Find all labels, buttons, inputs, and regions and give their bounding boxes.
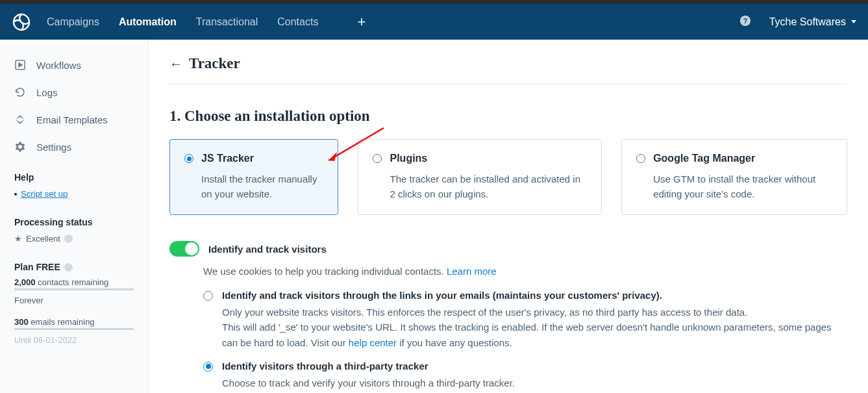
radio-icon [636, 154, 645, 163]
sidebar-item-email-templates[interactable]: Email Templates [0, 106, 148, 133]
card-desc: The tracker can be installed and activat… [390, 172, 587, 201]
toggle-knob [185, 242, 198, 255]
sidebar-item-settings[interactable]: Settings [0, 133, 148, 160]
processing-status-heading: Processing status [14, 217, 134, 227]
sidebar: Workflows Logs Email Templates Settings … [0, 40, 149, 393]
sidebar-label: Logs [36, 87, 58, 98]
radio-icon [184, 154, 193, 163]
sidebar-item-logs[interactable]: Logs [0, 79, 148, 106]
main-content: ← Tracker 1. Choose an installation opti… [149, 40, 868, 393]
help-heading: Help [14, 172, 134, 183]
workflow-icon [14, 59, 26, 71]
tracking-option-third-party[interactable]: Identify visitors through a third-party … [203, 361, 847, 390]
emails-remaining: 300 emails remaining [14, 317, 134, 327]
nav-automation[interactable]: Automation [119, 16, 177, 28]
nav-transactional[interactable]: Transactional [196, 16, 258, 28]
install-option-gtm[interactable]: Google Tag Manager Use GTM to install th… [621, 139, 847, 215]
plan-label: Plan FREE [14, 262, 60, 272]
page-title: Tracker [189, 55, 240, 72]
learn-more-link[interactable]: Learn more [447, 266, 497, 277]
contacts-remaining: 2,000 contacts remaining [14, 277, 134, 287]
emails-progress [14, 328, 134, 330]
toggle-label: Identify and track visitors [208, 244, 327, 255]
info-icon[interactable] [64, 263, 73, 272]
option-desc: Only your website tracks visitors. This … [222, 305, 847, 350]
sidebar-label: Workflows [36, 60, 81, 71]
option-title: Identify visitors through a third-party … [222, 361, 847, 372]
svg-text:?: ? [743, 16, 747, 24]
section-heading: 1. Choose an installation option [169, 108, 847, 125]
help-link-script-setup[interactable]: Script set up [21, 189, 68, 199]
card-desc: Install the tracker manually on your web… [201, 172, 323, 201]
help-icon[interactable]: ? [739, 15, 751, 29]
check-icon: ✓ [173, 244, 179, 252]
card-title: Plugins [390, 153, 587, 164]
identify-visitors-toggle[interactable]: ✓ [169, 241, 199, 257]
bullet-icon [14, 193, 17, 196]
account-dropdown[interactable]: Tyche Softwares [769, 16, 856, 28]
option-title: Identify and track visitors through the … [222, 290, 847, 301]
radio-icon [203, 291, 213, 301]
email-icon [14, 114, 26, 125]
card-title: Google Tag Manager [653, 153, 832, 164]
option-desc: Choose to track and verify your visitors… [222, 375, 847, 390]
brand-logo[interactable] [12, 12, 31, 32]
forever-label: Forever [14, 296, 134, 305]
star-icon: ★ [14, 234, 22, 244]
processing-status-value: Excellent [26, 234, 60, 244]
install-option-plugins[interactable]: Plugins The tracker can be installed and… [358, 139, 602, 215]
until-label: Until 08-01-2022 [14, 335, 134, 345]
tracking-option-email-links[interactable]: Identify and track visitors through the … [203, 290, 847, 350]
radio-icon [373, 154, 382, 163]
radio-icon [203, 362, 213, 372]
sidebar-label: Email Templates [36, 114, 108, 125]
chevron-down-icon [851, 20, 856, 23]
info-icon[interactable] [64, 235, 73, 243]
nav-add-icon[interactable]: + [357, 14, 366, 31]
card-desc: Use GTM to install the tracker without e… [653, 172, 832, 201]
top-navigation: Campaigns Automation Transactional Conta… [0, 4, 868, 40]
help-center-link[interactable]: help center [349, 337, 397, 348]
card-title: JS Tracker [201, 153, 323, 164]
back-arrow-icon[interactable]: ← [169, 57, 182, 71]
gear-icon [14, 141, 26, 153]
nav-contacts[interactable]: Contacts [277, 16, 318, 28]
account-name: Tyche Softwares [769, 16, 846, 28]
logs-icon [14, 86, 26, 98]
contacts-progress [14, 288, 134, 290]
sidebar-item-workflows[interactable]: Workflows [0, 51, 148, 79]
nav-campaigns[interactable]: Campaigns [47, 16, 99, 28]
sidebar-label: Settings [36, 142, 71, 153]
install-option-js-tracker[interactable]: JS Tracker Install the tracker manually … [169, 139, 338, 215]
cookie-info-text: We use cookies to help you tracking indi… [203, 266, 847, 277]
